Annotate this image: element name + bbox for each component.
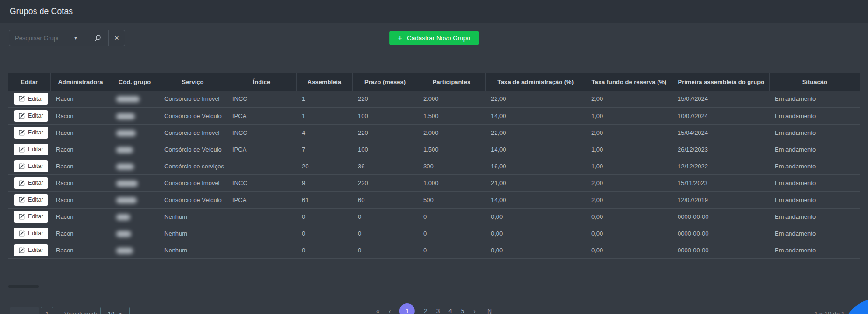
edit-button[interactable]: Editar bbox=[14, 194, 48, 206]
cell-editar: Editar bbox=[8, 141, 50, 158]
edit-button[interactable]: Editar bbox=[14, 127, 48, 139]
search-options-dropdown-button[interactable]: ▼ bbox=[64, 30, 87, 46]
cell-situacao: Em andamento bbox=[769, 107, 860, 124]
column-header-indice[interactable]: Índice bbox=[227, 73, 296, 91]
table-row: EditarRaconConsórcio de VeículoIPCA11001… bbox=[8, 107, 860, 124]
cell-situacao: Em andamento bbox=[769, 191, 860, 208]
cell-participantes: 1.500 bbox=[418, 141, 485, 158]
cell-cod-grupo bbox=[111, 191, 159, 208]
page-button-5[interactable]: 5 bbox=[461, 307, 465, 314]
edit-button-label: Editar bbox=[28, 146, 43, 153]
cell-administradora: Racon bbox=[50, 174, 111, 191]
cell-taxa_fundo: 1,00 bbox=[586, 158, 672, 174]
cell-servico: Nenhum bbox=[159, 242, 227, 258]
column-header-servico[interactable]: Serviço bbox=[159, 73, 227, 91]
column-header-primeira_assembleia[interactable]: Primeira assembleia do grupo bbox=[672, 73, 769, 91]
cell-taxa_adm: 22,00 bbox=[485, 91, 586, 107]
search-input[interactable] bbox=[9, 35, 64, 42]
cell-prazo: 0 bbox=[352, 242, 418, 258]
footer-page-value: 1 bbox=[45, 310, 49, 314]
cell-administradora: Racon bbox=[50, 141, 111, 158]
page-button-1[interactable]: 1 bbox=[399, 303, 415, 314]
cell-primeira_assembleia: 15/07/2024 bbox=[672, 91, 769, 107]
edit-button[interactable]: Editar bbox=[14, 110, 48, 122]
cell-editar: Editar bbox=[8, 124, 50, 141]
cell-taxa_fundo: 0,00 bbox=[586, 208, 672, 225]
cell-assembleia: 1 bbox=[296, 107, 352, 124]
edit-button[interactable]: Editar bbox=[14, 228, 48, 239]
cell-situacao: Em andamento bbox=[769, 141, 860, 158]
cell-assembleia: 0 bbox=[296, 242, 352, 258]
cell-situacao: Em andamento bbox=[769, 208, 860, 225]
cell-editar: Editar bbox=[8, 107, 50, 124]
page-button-4[interactable]: 4 bbox=[448, 307, 452, 314]
cell-taxa_adm: 14,00 bbox=[485, 141, 586, 158]
cell-situacao: Em andamento bbox=[769, 158, 860, 174]
edit-button[interactable]: Editar bbox=[14, 144, 48, 155]
column-header-taxa_adm[interactable]: Taxa de administração (%) bbox=[485, 73, 586, 91]
cell-assembleia: 0 bbox=[296, 225, 352, 242]
cell-participantes: 0 bbox=[418, 225, 485, 242]
column-header-participantes[interactable]: Participantes bbox=[418, 73, 485, 91]
chat-fab-button[interactable] bbox=[842, 299, 868, 314]
new-group-button-label: Cadastrar Novo Grupo bbox=[407, 35, 470, 42]
column-header-prazo[interactable]: Prazo (meses) bbox=[352, 73, 418, 91]
redacted-group-code bbox=[116, 231, 131, 237]
first-page-button[interactable]: « bbox=[376, 307, 380, 314]
edit-button[interactable]: Editar bbox=[14, 244, 48, 256]
cell-servico: Nenhum bbox=[159, 225, 227, 242]
cell-servico: Consórcio de Imóvel bbox=[159, 91, 227, 107]
edit-button[interactable]: Editar bbox=[14, 211, 48, 223]
search-input-box[interactable] bbox=[9, 30, 64, 46]
horizontal-scrollbar-thumb[interactable] bbox=[8, 285, 39, 288]
column-header-situacao[interactable]: Situação bbox=[769, 73, 860, 91]
cell-primeira_assembleia: 12/07/2019 bbox=[672, 191, 769, 208]
next-page-button[interactable]: › bbox=[473, 307, 476, 314]
clear-search-button[interactable]: ✕ bbox=[108, 30, 125, 46]
cell-prazo: 36 bbox=[352, 158, 418, 174]
redacted-group-code bbox=[116, 248, 133, 254]
cell-participantes: 2.000 bbox=[418, 124, 485, 141]
new-group-button[interactable]: + Cadastrar Novo Grupo bbox=[389, 31, 479, 45]
page-button-2[interactable]: 2 bbox=[424, 307, 427, 314]
cell-taxa_fundo: 2,00 bbox=[586, 174, 672, 191]
search-button[interactable] bbox=[87, 30, 109, 46]
cell-assembleia: 9 bbox=[296, 174, 352, 191]
edit-button[interactable]: Editar bbox=[14, 177, 48, 189]
cell-assembleia: 61 bbox=[296, 191, 352, 208]
cell-prazo: 100 bbox=[352, 107, 418, 124]
prev-page-button[interactable]: ‹ bbox=[389, 307, 391, 314]
edit-button-label: Editar bbox=[28, 163, 43, 169]
page-size-value: 10 bbox=[108, 310, 114, 314]
cell-taxa_adm: 14,00 bbox=[485, 107, 586, 124]
cell-prazo: 220 bbox=[352, 174, 418, 191]
edit-button-label: Editar bbox=[28, 112, 43, 119]
footer-page-box[interactable]: 1 bbox=[41, 307, 53, 314]
plus-icon: + bbox=[398, 34, 402, 42]
cell-taxa_fundo: 1,00 bbox=[586, 107, 672, 124]
footer-button[interactable] bbox=[10, 307, 39, 314]
column-header-administradora[interactable]: Administradora bbox=[50, 73, 111, 91]
cell-primeira_assembleia: 26/12/2023 bbox=[672, 141, 769, 158]
cell-editar: Editar bbox=[8, 91, 50, 107]
column-header-taxa_fundo[interactable]: Taxa fundo de reserva (%) bbox=[586, 73, 672, 91]
cell-cod-grupo bbox=[111, 91, 159, 107]
column-header-cod_grupo[interactable]: Cód. grupo bbox=[111, 73, 159, 91]
edit-button[interactable]: Editar bbox=[14, 160, 48, 172]
cell-cod-grupo bbox=[111, 225, 159, 242]
last-page-button[interactable]: N bbox=[487, 307, 492, 314]
redacted-group-code bbox=[116, 147, 133, 153]
cell-administradora: Racon bbox=[50, 91, 111, 107]
edit-button[interactable]: Editar bbox=[14, 93, 48, 105]
redacted-group-code bbox=[116, 96, 140, 102]
cell-indice: IPCA bbox=[227, 191, 296, 208]
cell-editar: Editar bbox=[8, 191, 50, 208]
viewing-label: Visualizando bbox=[64, 310, 98, 314]
groups-table: EditarAdministradoraCód. grupoServiçoÍnd… bbox=[8, 73, 860, 259]
cell-indice: IPCA bbox=[227, 141, 296, 158]
page-size-select[interactable]: 10 ▼ bbox=[100, 307, 130, 314]
page-button-3[interactable]: 3 bbox=[436, 307, 440, 314]
pencil-square-icon bbox=[19, 147, 25, 153]
cell-administradora: Racon bbox=[50, 208, 111, 225]
cell-taxa_adm: 16,00 bbox=[485, 158, 586, 174]
